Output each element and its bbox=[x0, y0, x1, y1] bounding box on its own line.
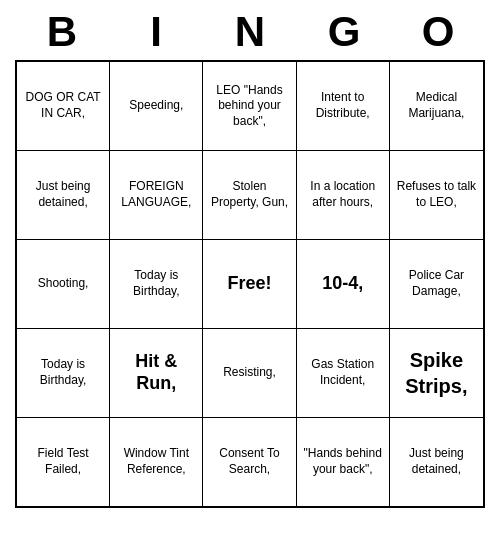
bingo-row: Field Test Failed,Window Tint Reference,… bbox=[17, 418, 483, 506]
bingo-row: Just being detained,FOREIGN LANGUAGE,Sto… bbox=[17, 151, 483, 240]
bingo-cell: Speeding, bbox=[110, 62, 203, 150]
bingo-cell: DOG OR CAT IN CAR, bbox=[17, 62, 110, 150]
bingo-cell: Just being detained, bbox=[17, 151, 110, 239]
letter-i: I bbox=[112, 8, 200, 56]
bingo-cell: Free! bbox=[203, 240, 296, 328]
bingo-cell: FOREIGN LANGUAGE, bbox=[110, 151, 203, 239]
bingo-cell: Today is Birthday, bbox=[17, 329, 110, 417]
bingo-cell: Refuses to talk to LEO, bbox=[390, 151, 483, 239]
bingo-cell: Just being detained, bbox=[390, 418, 483, 506]
bingo-cell: Intent to Distribute, bbox=[297, 62, 390, 150]
bingo-cell: Resisting, bbox=[203, 329, 296, 417]
bingo-cell: In a location after hours, bbox=[297, 151, 390, 239]
bingo-row: Today is Birthday,Hit & Run,Resisting,Ga… bbox=[17, 329, 483, 418]
bingo-cell: Medical Marijuana, bbox=[390, 62, 483, 150]
letter-b: B bbox=[18, 8, 106, 56]
bingo-cell: Window Tint Reference, bbox=[110, 418, 203, 506]
bingo-row: DOG OR CAT IN CAR,Speeding,LEO "Hands be… bbox=[17, 62, 483, 151]
letter-n: N bbox=[206, 8, 294, 56]
bingo-cell: 10-4, bbox=[297, 240, 390, 328]
letter-o: O bbox=[394, 8, 482, 56]
bingo-grid: DOG OR CAT IN CAR,Speeding,LEO "Hands be… bbox=[15, 60, 485, 508]
bingo-cell: Stolen Property, Gun, bbox=[203, 151, 296, 239]
letter-g: G bbox=[300, 8, 388, 56]
bingo-cell: Hit & Run, bbox=[110, 329, 203, 417]
bingo-cell: "Hands behind your back", bbox=[297, 418, 390, 506]
bingo-cell: Field Test Failed, bbox=[17, 418, 110, 506]
bingo-cell: Today is Birthday, bbox=[110, 240, 203, 328]
bingo-cell: Consent To Search, bbox=[203, 418, 296, 506]
bingo-cell: LEO "Hands behind your back", bbox=[203, 62, 296, 150]
bingo-cell: Gas Station Incident, bbox=[297, 329, 390, 417]
bingo-row: Shooting,Today is Birthday,Free!10-4,Pol… bbox=[17, 240, 483, 329]
bingo-cell: Shooting, bbox=[17, 240, 110, 328]
bingo-title: B I N G O bbox=[15, 0, 485, 60]
bingo-cell: Spike Strips, bbox=[390, 329, 483, 417]
bingo-cell: Police Car Damage, bbox=[390, 240, 483, 328]
